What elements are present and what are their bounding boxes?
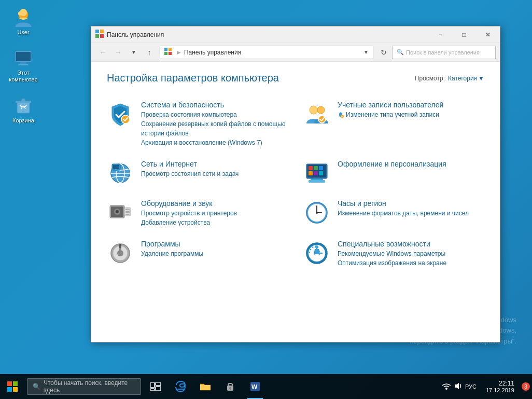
svg-point-19 [317, 106, 325, 114]
category-accessibility: Специальные возможности Рекомендуемые Wi… [303, 233, 484, 274]
clock-link-1[interactable]: Изменение форматов даты, времени и чисел [338, 209, 484, 218]
svg-point-17 [121, 115, 130, 123]
taskbar-apps: W [143, 374, 268, 399]
word-app[interactable]: W [243, 374, 268, 399]
category-network: Сеть и Интернет Просмотр состояния сети … [107, 154, 288, 193]
minimize-button[interactable]: − [428, 26, 452, 43]
svg-rect-37 [309, 180, 325, 183]
recycle-icon [13, 95, 34, 116]
lock-app[interactable] [218, 374, 243, 399]
taskbar-clock[interactable]: 22:11 17.12.2019 [481, 380, 520, 393]
notification-button[interactable]: 3 [520, 374, 532, 399]
category-security: Система и безопасность Проверка состояни… [107, 94, 288, 154]
svg-rect-35 [319, 171, 323, 175]
window-controls: − □ ✕ [428, 26, 500, 43]
clock-title[interactable]: Часы и регион [338, 199, 484, 208]
user-desktop-icon[interactable]: User [5, 5, 41, 38]
security-title[interactable]: Система и безопасность [141, 101, 288, 109]
taskview-button[interactable] [143, 374, 168, 399]
window-content: Настройка параметров компьютера Просмотр… [91, 62, 500, 342]
svg-rect-66 [150, 382, 155, 388]
address-dropdown-icon[interactable]: ▼ [363, 49, 369, 55]
users-title[interactable]: Учетные записи пользователей [338, 101, 484, 109]
address-bar[interactable]: ► Панель управления ▼ [160, 46, 373, 59]
svg-rect-31 [314, 166, 318, 170]
language-tray[interactable]: РУС [465, 383, 477, 390]
address-text: Панель управления [184, 49, 241, 56]
security-icon [107, 101, 134, 128]
clock-icon [303, 199, 330, 226]
start-button[interactable] [0, 374, 25, 399]
users-link-1[interactable]: Изменение типа учетной записи [338, 110, 484, 119]
user-icon [13, 7, 34, 28]
taskbar-search[interactable]: 🔍 Чтобы начать поиск, введите здесь [27, 378, 141, 395]
refresh-button[interactable]: ↻ [376, 45, 391, 60]
computer-desktop-icon[interactable]: Этоткомпьютер [5, 46, 41, 85]
taskbar-search-icon: 🔍 [33, 383, 40, 390]
category-users: Учетные записи пользователей Изменение т… [303, 94, 484, 154]
programs-title[interactable]: Программы [141, 240, 288, 248]
edge-app[interactable] [168, 374, 193, 399]
svg-rect-62 [7, 381, 12, 386]
svg-rect-33 [309, 171, 313, 175]
appearance-icon [303, 160, 330, 187]
programs-link-1[interactable]: Удаление программы [141, 249, 288, 258]
hardware-link-2[interactable]: Добавление устройства [141, 218, 288, 227]
programs-icon [107, 240, 134, 267]
maximize-button[interactable]: □ [452, 26, 476, 43]
svg-point-2 [20, 9, 27, 16]
hardware-title[interactable]: Оборудование и звук [141, 199, 288, 208]
view-dropdown-icon: ▼ [478, 75, 484, 82]
accessibility-title[interactable]: Специальные возможности [338, 240, 484, 248]
close-button[interactable]: ✕ [476, 26, 500, 43]
accessibility-icon [303, 240, 330, 267]
taskbar: 🔍 Чтобы начать поиск, введите здесь [0, 374, 532, 399]
network-title[interactable]: Сеть и Интернет [141, 160, 288, 168]
network-link-1[interactable]: Просмотр состояния сети и задач [141, 169, 288, 178]
desktop: User Этоткомпьютер [0, 0, 532, 399]
svg-rect-32 [319, 166, 323, 170]
security-link-2[interactable]: Сохранение резервных копий файлов с помо… [141, 119, 288, 138]
forward-button[interactable]: → [111, 45, 125, 60]
up-button[interactable]: ↑ [142, 45, 157, 60]
taskbar-search-text: Чтобы начать поиск, введите здесь [44, 379, 135, 394]
security-link-3[interactable]: Архивация и восстановление (Windows 7) [141, 138, 288, 147]
back-button[interactable]: ← [95, 45, 110, 60]
svg-point-61 [316, 252, 318, 254]
recycle-desktop-icon[interactable]: Корзина [5, 93, 41, 126]
desktop-icon-area: User Этоткомпьютер [5, 5, 41, 126]
content-header: Настройка параметров компьютера Просмотр… [107, 72, 484, 84]
svg-rect-65 [13, 387, 18, 392]
security-link-1[interactable]: Проверка состояния компьютера [141, 110, 288, 119]
categories-grid: Система и безопасность Проверка состояни… [107, 94, 484, 274]
appearance-title[interactable]: Оформление и персонализация [338, 160, 484, 168]
hardware-link-1[interactable]: Просмотр устройств и принтеров [141, 209, 288, 218]
computer-icon-label: Этоткомпьютер [9, 70, 37, 83]
search-box[interactable]: 🔍 Поиск в панели управления [392, 46, 496, 59]
address-cp-icon [164, 48, 172, 57]
control-panel-window: Панель управления − □ ✕ ← → ▼ ↑ [91, 26, 500, 342]
clock-date: 17.12.2019 [486, 387, 514, 393]
volume-tray-icon[interactable] [454, 382, 462, 391]
svg-rect-43 [125, 209, 130, 210]
category-clock: Часы и регион Изменение форматов даты, в… [303, 193, 484, 233]
svg-rect-5 [20, 62, 26, 64]
svg-rect-14 [169, 48, 172, 51]
svg-rect-4 [16, 52, 31, 61]
window-title-text: Панель управления [107, 31, 428, 38]
view-dropdown[interactable]: Категория ▼ [448, 75, 484, 82]
accessibility-link-1[interactable]: Рекомендуемые Windows параметры [338, 249, 484, 258]
svg-rect-15 [164, 52, 167, 55]
network-tray-icon[interactable] [442, 382, 451, 391]
accessibility-link-2[interactable]: Оптимизация изображения на экране [338, 258, 484, 268]
window-toolbar: ← → ▼ ↑ ► Панель управления ▼ ↻ [91, 43, 500, 62]
svg-rect-12 [100, 34, 104, 38]
explorer-app[interactable] [193, 374, 218, 399]
content-title: Настройка параметров компьютера [107, 72, 279, 84]
hardware-icon [107, 199, 134, 226]
recent-button[interactable]: ▼ [127, 45, 141, 60]
svg-rect-67 [156, 382, 161, 386]
recycle-icon-label: Корзина [12, 117, 34, 124]
svg-rect-64 [7, 387, 12, 392]
search-icon: 🔍 [397, 49, 404, 56]
